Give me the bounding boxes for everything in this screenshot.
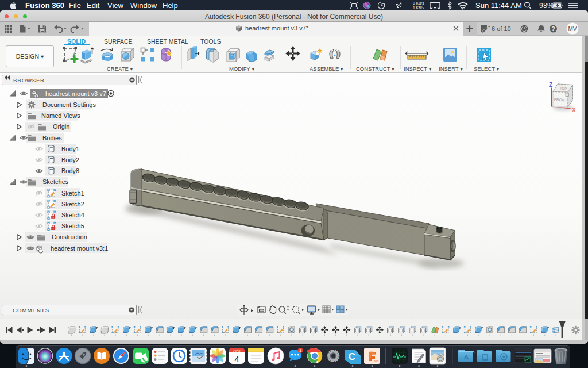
- svg-text:FRONT: FRONT: [554, 97, 567, 102]
- svg-text:APR: APR: [233, 349, 241, 352]
- svg-text:1 KB/s: 1 KB/s: [413, 6, 424, 10]
- svg-text:Sketch5: Sketch5: [61, 223, 84, 229]
- svg-text:X: X: [572, 107, 576, 113]
- svg-text:Body1: Body1: [61, 145, 79, 152]
- svg-text:Bodies: Bodies: [42, 135, 62, 141]
- svg-text:Origin: Origin: [53, 123, 69, 130]
- svg-text:Construction: Construction: [52, 233, 87, 240]
- svg-text:headrest mount v3 v7: headrest mount v3 v7: [45, 90, 106, 97]
- svg-text:Document Settings: Document Settings: [42, 101, 96, 108]
- svg-text:360: 360: [374, 359, 379, 363]
- svg-text:0 KB/s: 0 KB/s: [413, 1, 424, 5]
- svg-text:Sketch4: Sketch4: [61, 212, 84, 218]
- svg-text:Z: Z: [549, 82, 552, 88]
- svg-text:4: 4: [234, 354, 239, 364]
- svg-text:COMMENTS: COMMENTS: [13, 307, 49, 313]
- svg-text:?: ?: [551, 25, 555, 32]
- svg-text:1: 1: [299, 348, 301, 353]
- svg-text:Named Views: Named Views: [41, 112, 80, 119]
- svg-text:headrest mount v3:1: headrest mount v3:1: [51, 245, 108, 252]
- svg-text:Sketch1: Sketch1: [61, 190, 84, 197]
- svg-text:Sketch2: Sketch2: [61, 201, 84, 208]
- svg-text:MV: MV: [568, 26, 577, 32]
- svg-text:TOP: TOP: [560, 86, 567, 90]
- svg-text:98%: 98%: [539, 2, 554, 10]
- svg-text:C: C: [349, 351, 355, 362]
- svg-text:Body2: Body2: [61, 156, 79, 163]
- svg-text:BROWSER: BROWSER: [13, 77, 45, 83]
- svg-text:Body8: Body8: [61, 167, 79, 174]
- svg-text:Sketches: Sketches: [42, 178, 69, 185]
